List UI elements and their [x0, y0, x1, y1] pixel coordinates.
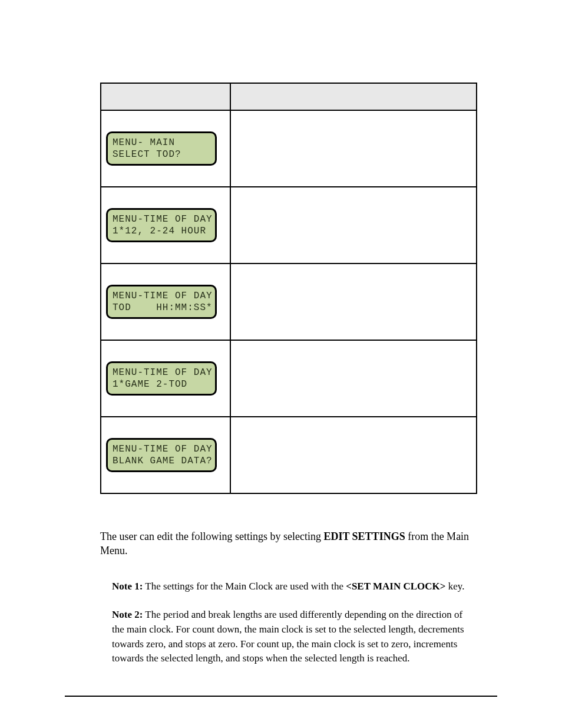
lcd-line: 1*GAME 2-TOD: [113, 378, 210, 390]
table-row: MENU- MAIN SELECT TOD?: [101, 110, 477, 187]
note-text: The period and break lengths are used di…: [112, 609, 464, 664]
intro-prefix: The user can edit the following settings…: [100, 531, 323, 542]
lcd-display: MENU-TIME OF DAY TOD HH:MM:SS*: [106, 285, 217, 319]
document-page: MENU- MAIN SELECT TOD? MENU-TIME OF DAY …: [0, 0, 562, 728]
lcd-line: 1*12, 2-24 HOUR: [113, 225, 210, 237]
note-bold: <SET MAIN CLOCK>: [346, 581, 445, 592]
footer-rule: [65, 696, 497, 697]
lcd-line: BLANK GAME DATA?: [113, 455, 210, 467]
note-1: Note 1: The settings for the Main Clock …: [112, 579, 465, 594]
table-row: MENU-TIME OF DAY BLANK GAME DATA?: [101, 417, 477, 493]
table-row: MENU-TIME OF DAY 1*GAME 2-TOD: [101, 340, 477, 417]
note-2: Note 2: The period and break lengths are…: [112, 608, 465, 666]
table-cell-description: [230, 263, 477, 340]
lcd-display: MENU-TIME OF DAY BLANK GAME DATA?: [106, 438, 217, 472]
lcd-line: MENU-TIME OF DAY: [113, 290, 210, 302]
intro-paragraph: The user can edit the following settings…: [100, 529, 497, 558]
lcd-line: SELECT TOD?: [113, 149, 210, 160]
note-label: Note 2:: [112, 609, 143, 620]
table-cell-description: [230, 187, 477, 263]
lcd-line: TOD HH:MM:SS*: [113, 302, 210, 314]
lcd-display: MENU- MAIN SELECT TOD?: [106, 131, 217, 166]
lcd-display: MENU-TIME OF DAY 1*12, 2-24 HOUR: [106, 208, 217, 242]
table-cell-description: [230, 340, 477, 417]
note-label: Note 1:: [112, 581, 143, 592]
lcd-line: MENU- MAIN: [113, 137, 210, 149]
note-text: The settings for the Main Clock are used…: [143, 581, 346, 592]
lcd-line: MENU-TIME OF DAY: [113, 367, 210, 378]
note-suffix: key.: [445, 581, 464, 592]
lcd-steps-table: MENU- MAIN SELECT TOD? MENU-TIME OF DAY …: [100, 83, 477, 494]
intro-bold: EDIT SETTINGS: [323, 531, 405, 542]
table-cell-description: [230, 110, 477, 187]
lcd-line: MENU-TIME OF DAY: [113, 213, 210, 225]
table-cell-description: [230, 417, 477, 493]
notes-block: Note 1: The settings for the Main Clock …: [112, 579, 465, 666]
lcd-line: MENU-TIME OF DAY: [113, 443, 210, 455]
lcd-display: MENU-TIME OF DAY 1*GAME 2-TOD: [106, 361, 217, 396]
table-row: MENU-TIME OF DAY 1*12, 2-24 HOUR: [101, 187, 477, 263]
table-row: MENU-TIME OF DAY TOD HH:MM:SS*: [101, 263, 477, 340]
table-header-left: [101, 83, 230, 110]
table-header-right: [230, 83, 477, 110]
